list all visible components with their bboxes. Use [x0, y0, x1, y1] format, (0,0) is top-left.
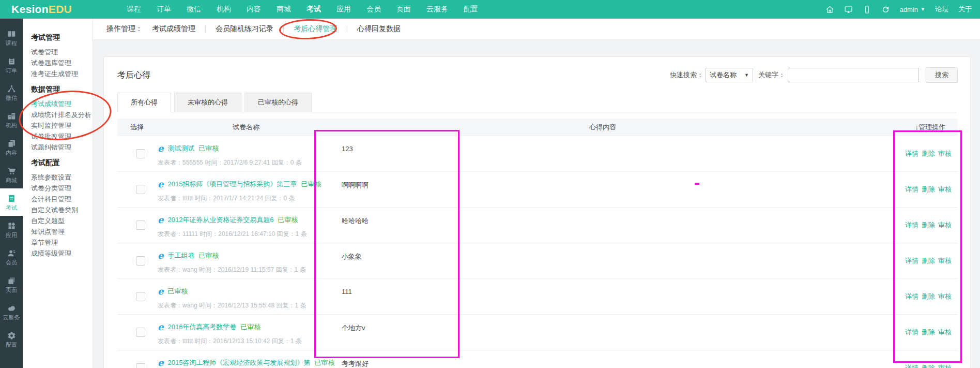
row-checkbox[interactable] — [136, 256, 145, 266]
top-nav-item[interactable]: 页面 — [396, 5, 411, 14]
sidebar-item-label: 配置 — [6, 342, 17, 348]
menu-item[interactable]: 自定义试卷类别 — [31, 204, 93, 215]
row-checkbox[interactable] — [136, 220, 145, 230]
delete-link[interactable]: 删除 — [922, 328, 935, 337]
delete-link[interactable]: 删除 — [922, 220, 935, 230]
paper-title-link[interactable]: 2015招标师《项目管理与招标采购》第三章 — [167, 180, 297, 189]
top-nav-item[interactable]: 内容 — [247, 5, 261, 14]
row-checkbox[interactable] — [136, 328, 145, 337]
top-nav-item[interactable]: 机构 — [217, 5, 231, 14]
menu-item[interactable]: 系统参数设置 — [31, 172, 93, 183]
review-link[interactable]: 审核 — [938, 185, 952, 194]
breadcrumb-tab[interactable]: 考后心得管理 — [294, 24, 337, 34]
menu-item[interactable]: 章节管理 — [31, 237, 93, 248]
sidebar-item[interactable]: 机构 — [0, 106, 23, 134]
filter-tab[interactable]: 未审核的心得 — [174, 93, 241, 112]
row-checkbox[interactable] — [136, 363, 145, 368]
detail-link[interactable]: 详情 — [905, 328, 918, 337]
refresh-icon[interactable] — [881, 5, 890, 14]
home-icon[interactable] — [825, 5, 834, 14]
paper-title-link[interactable]: 2016年仿真高考数学卷 — [167, 322, 236, 332]
note-content: 啊啊啊啊 — [315, 172, 891, 207]
sidebar-item[interactable]: 微信 — [0, 79, 23, 106]
top-nav-item[interactable]: 课程 — [127, 5, 141, 14]
search-button[interactable]: 搜索 — [926, 67, 958, 83]
review-link[interactable]: 审核 — [938, 149, 952, 158]
reply-count: 1 — [296, 230, 299, 238]
row-meta: 发表者：wang 时间：2016/12/13 15:55:48 回复：1 条 — [158, 301, 315, 310]
delete-link[interactable]: 删除 — [922, 256, 935, 266]
delete-link[interactable]: 删除 — [922, 149, 935, 158]
time-value: 2017/1/7 14:21:24 — [213, 195, 263, 202]
sidebar-item[interactable]: 配置 — [0, 326, 23, 353]
top-nav-item[interactable]: 订单 — [157, 5, 171, 14]
breadcrumb-tab[interactable]: 考试成绩管理 — [152, 24, 195, 34]
review-link[interactable]: 审核 — [938, 292, 952, 301]
paper-title-link[interactable]: 手工组卷 — [167, 251, 194, 260]
paper-title-link[interactable]: 测试测试 — [167, 144, 194, 153]
review-link[interactable]: 审核 — [938, 256, 952, 266]
menu-item[interactable]: 试卷管理 — [31, 47, 93, 57]
monitor-icon[interactable] — [844, 5, 853, 14]
sidebar-item[interactable]: 考试 — [0, 188, 23, 216]
detail-link[interactable]: 详情 — [905, 363, 918, 368]
top-nav-item[interactable]: 微信 — [187, 5, 201, 14]
delete-link[interactable]: 删除 — [922, 363, 935, 368]
menu-item[interactable]: 会计科目管理 — [31, 194, 93, 204]
menu-item[interactable]: 考试成绩管理 — [31, 98, 93, 109]
delete-link[interactable]: 删除 — [922, 185, 935, 194]
paper-title-link[interactable]: 2012年证券从业资格证券交易真题6 — [167, 215, 273, 225]
quick-search: 快速搜索： 试卷名称 ▼ 关键字： 搜索 — [670, 67, 958, 83]
detail-link[interactable]: 详情 — [905, 185, 918, 194]
review-link[interactable]: 审核 — [938, 220, 952, 230]
detail-link[interactable]: 详情 — [905, 256, 918, 266]
menu-item[interactable]: 实时监控管理 — [31, 120, 93, 131]
sidebar-item[interactable]: 云服务 — [0, 298, 23, 326]
menu-item[interactable]: 自定义题型 — [31, 215, 93, 226]
search-field-select[interactable]: 试卷名称 ▼ — [706, 68, 753, 82]
sidebar-item[interactable]: 应用 — [0, 216, 23, 243]
menu-item[interactable]: 试卷题库管理 — [31, 57, 93, 68]
review-link[interactable]: 审核 — [938, 328, 952, 337]
mobile-icon[interactable] — [863, 5, 871, 14]
menu-item[interactable]: 试卷批改管理 — [31, 131, 93, 142]
breadcrumb-tab[interactable]: 会员随机练习记录 — [216, 24, 273, 34]
top-nav-item[interactable]: 考试 — [307, 5, 321, 14]
row-checkbox[interactable] — [136, 292, 145, 301]
sidebar-item[interactable]: 内容 — [0, 134, 23, 161]
keyword-input[interactable] — [788, 68, 919, 82]
detail-link[interactable]: 详情 — [905, 149, 918, 158]
menu-item[interactable]: 准考证生成管理 — [31, 68, 93, 79]
top-nav-item[interactable]: 配置 — [464, 5, 478, 14]
top-nav-item[interactable]: 会员 — [366, 5, 381, 14]
sidebar-item[interactable]: 课程 — [0, 24, 23, 51]
menu-item[interactable]: 成绩等级管理 — [31, 248, 93, 259]
admin-menu[interactable]: admin▼ — [900, 6, 925, 13]
column-header[interactable]: ↓管理操作 — [891, 123, 958, 132]
top-nav-item[interactable]: 商城 — [277, 5, 291, 14]
detail-link[interactable]: 详情 — [905, 292, 918, 301]
detail-link[interactable]: 详情 — [905, 220, 918, 230]
app-logo: KesionEDU — [11, 3, 72, 16]
row-checkbox[interactable] — [136, 185, 145, 194]
filter-tab[interactable]: 已审核的心得 — [244, 93, 312, 112]
about-link[interactable]: 关于 — [958, 5, 972, 14]
menu-item[interactable]: 试卷分类管理 — [31, 183, 93, 194]
breadcrumb-tab[interactable]: 心得回复数据 — [357, 24, 401, 34]
menu-item[interactable]: 知识点管理 — [31, 226, 93, 237]
sidebar-item[interactable]: 订单 — [0, 51, 23, 79]
row-checkbox[interactable] — [136, 149, 145, 158]
logo-suffix: EDU — [49, 3, 72, 15]
sidebar-item[interactable]: 商城 — [0, 161, 23, 188]
paper-title-link[interactable]: 2015咨询工程师《宏观经济政策与发展规划》第 — [167, 358, 310, 367]
delete-link[interactable]: 删除 — [922, 292, 935, 301]
sidebar-item[interactable]: 会员 — [0, 243, 23, 271]
forum-link[interactable]: 论坛 — [935, 5, 948, 14]
top-nav-item[interactable]: 云服务 — [426, 5, 448, 14]
menu-item[interactable]: 试题纠错管理 — [31, 142, 93, 153]
review-link[interactable]: 审核 — [938, 363, 952, 368]
menu-item[interactable]: 成绩统计排名及分析 — [31, 109, 93, 120]
filter-tab[interactable]: 所有心得 — [117, 93, 171, 112]
sidebar-item[interactable]: 页面 — [0, 271, 23, 298]
top-nav-item[interactable]: 应用 — [336, 5, 351, 14]
